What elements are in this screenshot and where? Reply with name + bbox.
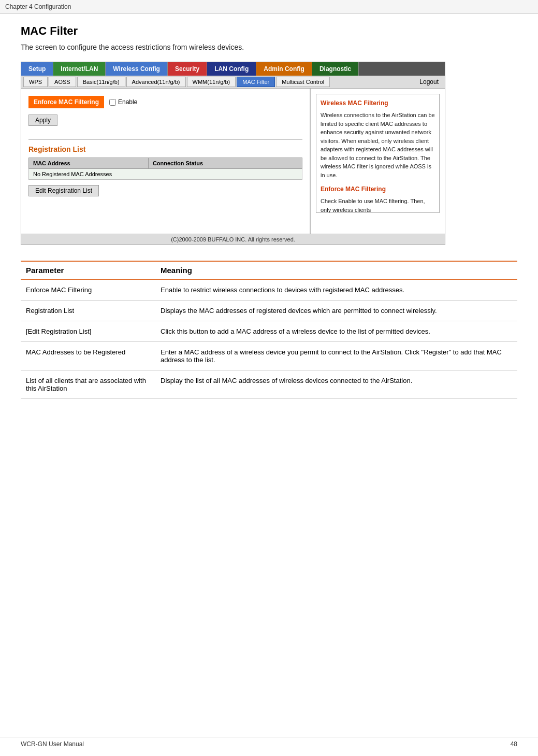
param-row-0: Enforce MAC FilteringEnable to restrict … — [21, 279, 517, 301]
enforce-mac-label: Enforce MAC Filtering — [28, 96, 104, 108]
router-footer: (C)2000-2009 BUFFALO INC. All rights res… — [21, 234, 445, 245]
sub-nav: WPS AOSS Basic(11n/g/b) Advanced(11n/g/b… — [21, 76, 445, 89]
param-row-4: List of all clients that are associated … — [21, 370, 517, 399]
nav-admin-config[interactable]: Admin Config — [256, 62, 312, 76]
enable-checkbox-label[interactable]: Enable — [109, 98, 137, 106]
parameters-table: Parameter Meaning Enforce MAC FilteringE… — [21, 261, 517, 399]
param-name-1: Registration List — [21, 301, 155, 321]
param-meaning-1: Displays the MAC addresses of registered… — [155, 301, 517, 321]
param-meaning-2: Click this button to add a MAC address o… — [155, 321, 517, 342]
mac-address-header: MAC Address — [29, 158, 149, 169]
help-scroll[interactable]: Wireless MAC Filtering Wireless connecti… — [316, 94, 440, 213]
param-meaning-4: Display the list of all MAC addresses of… — [155, 370, 517, 399]
help-text-2: Check Enable to use MAC filtering. Then,… — [321, 197, 435, 213]
page-description: The screen to configure the access restr… — [21, 43, 517, 51]
param-row-3: MAC Addresses to be RegisteredEnter a MA… — [21, 342, 517, 370]
router-ui: Setup Internet/LAN Wireless Config Secur… — [21, 62, 445, 245]
apply-button[interactable]: Apply — [28, 115, 57, 126]
param-name-3: MAC Addresses to be Registered — [21, 342, 155, 370]
sub-nav-aoss[interactable]: AOSS — [49, 77, 76, 87]
page-footer: WCR-GN User Manual 48 — [0, 737, 538, 751]
edit-registration-button[interactable]: Edit Registration List — [28, 185, 99, 196]
sub-nav-advanced[interactable]: Advanced(11n/g/b) — [126, 77, 186, 87]
nav-setup[interactable]: Setup — [21, 62, 53, 76]
footer-left: WCR-GN User Manual — [21, 740, 84, 748]
param-row-1: Registration ListDisplays the MAC addres… — [21, 301, 517, 321]
left-panel: Enforce MAC Filtering Enable Apply Regis… — [21, 89, 310, 234]
main-content: MAC Filter The screen to configure the a… — [0, 14, 538, 420]
nav-security[interactable]: Security — [168, 62, 207, 76]
footer-right: 48 — [511, 740, 517, 748]
param-name-2: [Edit Registration List] — [21, 321, 155, 342]
nav-diagnostic[interactable]: Diagnostic — [312, 62, 359, 76]
param-col-header: Parameter — [21, 261, 155, 279]
help-title-2: Enforce MAC Filtering — [321, 184, 435, 194]
help-text-1: Wireless connections to the AirStation c… — [321, 111, 435, 179]
content-area: Enforce MAC Filtering Enable Apply Regis… — [21, 89, 445, 234]
page-title: MAC Filter — [21, 24, 517, 38]
connection-status-header: Connection Status — [148, 158, 302, 169]
separator — [28, 139, 302, 140]
sub-nav-mac-filter[interactable]: MAC Filter — [237, 77, 275, 87]
mac-address-table: MAC Address Connection Status No Registe… — [28, 158, 302, 180]
nav-wireless-config[interactable]: Wireless Config — [106, 62, 168, 76]
table-row: No Registered MAC Addresses — [29, 169, 302, 180]
param-name-0: Enforce MAC Filtering — [21, 279, 155, 301]
meaning-col-header: Meaning — [155, 261, 517, 279]
right-panel: Wireless MAC Filtering Wireless connecti… — [310, 89, 445, 234]
sub-nav-wmm[interactable]: WMM(11n/g/b) — [187, 77, 236, 87]
sub-nav-wps[interactable]: WPS — [23, 77, 48, 87]
nav-bar: Setup Internet/LAN Wireless Config Secur… — [21, 62, 445, 76]
param-name-4: List of all clients that are associated … — [21, 370, 155, 399]
enable-checkbox[interactable] — [109, 99, 116, 106]
param-row-2: [Edit Registration List]Click this butto… — [21, 321, 517, 342]
param-meaning-0: Enable to restrict wireless connections … — [155, 279, 517, 301]
registration-list-title: Registration List — [28, 145, 302, 153]
chapter-title: Chapter 4 Configuration — [5, 3, 71, 10]
sub-nav-multicast[interactable]: Multicast Control — [276, 77, 330, 87]
enable-text: Enable — [118, 98, 137, 106]
help-title-1: Wireless MAC Filtering — [321, 98, 435, 108]
chapter-header: Chapter 4 Configuration — [0, 0, 538, 14]
enforce-row: Enforce MAC Filtering Enable — [28, 96, 302, 108]
no-registered-mac: No Registered MAC Addresses — [29, 169, 302, 180]
param-meaning-3: Enter a MAC address of a wireless device… — [155, 342, 517, 370]
nav-lan-config[interactable]: LAN Config — [207, 62, 256, 76]
logout-link[interactable]: Logout — [419, 78, 443, 85]
nav-internet-lan[interactable]: Internet/LAN — [53, 62, 106, 76]
sub-nav-basic[interactable]: Basic(11n/g/b) — [77, 77, 125, 87]
